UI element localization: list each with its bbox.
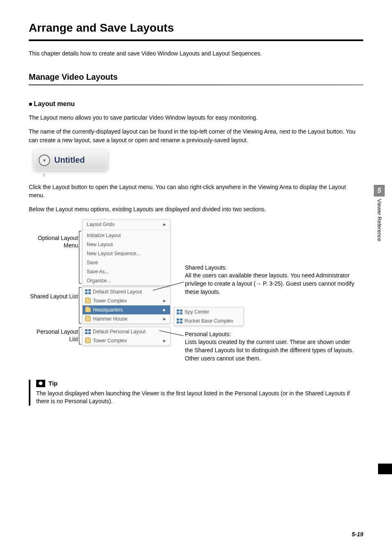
menu-item-layout-grids[interactable]: Layout Grids▶ (83, 220, 170, 229)
section-heading: Manage Video Layouts (29, 72, 363, 82)
tip-body: The layout displayed when launching the … (36, 390, 363, 406)
bracket-optional (79, 231, 81, 284)
menu-item-new-sequence[interactable]: New Layout Sequence... (83, 249, 170, 258)
bracket-shared (79, 287, 81, 323)
tip-label: Tip (48, 380, 58, 387)
chevron-right-icon: ▶ (163, 299, 166, 303)
folder-icon (85, 307, 91, 312)
label-personal-list: Personal Layout List (29, 328, 78, 343)
layout-button-label: Untitled (54, 155, 85, 165)
headquarters-submenu: Spy Center Rocket Base Complex (174, 307, 244, 326)
callout-shared: Shared Layouts: All the users can availa… (185, 264, 357, 296)
grid-icon (85, 329, 91, 334)
menu-diagram: Optional Layout Menu Shared Layout List … (29, 219, 363, 367)
tip-box: ✺ Tip The layout displayed when launchin… (29, 380, 363, 406)
folder-icon (85, 316, 91, 321)
menu-item-tower-complex-personal[interactable]: Tower Complex ▶ (83, 336, 170, 345)
chapter-label: Viewer Reference (376, 199, 383, 241)
title-rule (29, 39, 363, 41)
menu-item-save[interactable]: Save (83, 258, 170, 267)
chapter-tab: 5 Viewer Reference (374, 185, 385, 241)
grid-icon (85, 289, 91, 294)
bracket-personal (79, 327, 81, 344)
chevron-right-icon: ▶ (163, 222, 166, 226)
layout-menu-top: Layout Grids▶ Initialize Layout New Layo… (82, 219, 171, 286)
edge-marker (378, 464, 392, 474)
label-shared-list: Shared Layout List (29, 293, 78, 300)
folder-icon (85, 338, 91, 343)
menu-item-tower-complex[interactable]: Tower Complex ▶ (83, 296, 170, 305)
menu-item-default-personal[interactable]: Default Personal Layout (83, 327, 170, 336)
label-optional-menu: Optional Layout Menu (29, 234, 78, 249)
arrow-up-indicator: ↑ (43, 172, 363, 178)
shared-layout-menu: Default Shared Layout Tower Complex ▶ He… (82, 287, 171, 324)
page-title: Arrange and Save Layouts (29, 21, 363, 35)
menu-item-initialize[interactable]: Initialize Layout (83, 231, 170, 240)
section-rule (29, 84, 363, 85)
page-number: 5-19 (352, 531, 363, 538)
body-paragraph: The Layout menu allows you to save parti… (29, 113, 363, 122)
chevron-right-icon: ▶ (163, 308, 166, 312)
chapter-number: 5 (374, 185, 385, 196)
body-paragraph: Click the Layout button to open the Layo… (29, 183, 363, 200)
intro-text: This chapter details how to create and s… (29, 50, 363, 57)
menu-item-save-as[interactable]: Save As... (83, 267, 170, 276)
personal-layout-menu: Default Personal Layout Tower Complex ▶ (82, 327, 171, 346)
menu-item-organize[interactable]: Organize... (83, 276, 170, 285)
callout-personal: Personal Layouts: Lists layouts created … (185, 330, 357, 362)
grid-icon (177, 309, 182, 314)
tip-icon: ✺ (36, 380, 45, 387)
menu-item-new-layout[interactable]: New Layout (83, 240, 170, 249)
menu-item-headquarters[interactable]: Headquarters ▶ (83, 305, 170, 314)
subsection-heading: Layout menu (29, 100, 363, 108)
dropdown-circle-icon (39, 155, 50, 166)
chevron-right-icon: ▶ (163, 317, 166, 321)
submenu-item-rocket-base[interactable]: Rocket Base Complex (174, 316, 243, 325)
layout-button-example: Untitled (34, 150, 108, 171)
submenu-item-spy-center[interactable]: Spy Center (174, 307, 243, 316)
chevron-right-icon: ▶ (163, 339, 166, 343)
body-paragraph: Below the Layout menu options, existing … (29, 205, 363, 213)
menu-item-hammer-house[interactable]: Hammer House ▶ (83, 314, 170, 323)
body-paragraph: The name of the currently-displayed layo… (29, 127, 363, 144)
grid-icon (177, 319, 182, 323)
folder-icon (85, 298, 91, 303)
